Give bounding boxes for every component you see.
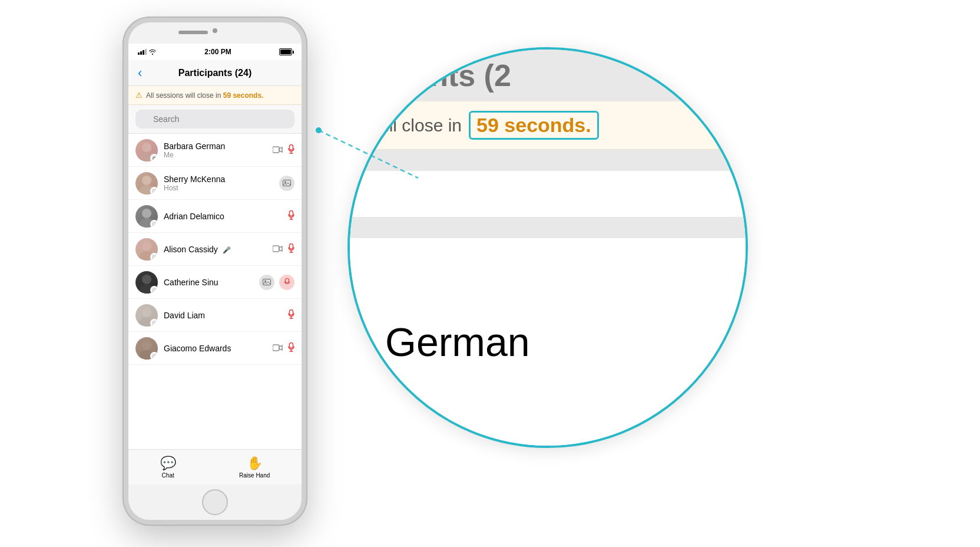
participant-name: David Liam — [164, 311, 282, 320]
svg-point-28 — [152, 288, 157, 292]
svg-text:🎧: 🎧 — [153, 156, 157, 160]
wifi-icon — [148, 49, 157, 55]
video-icon-alison — [273, 245, 283, 254]
image-btn-sherry[interactable] — [279, 176, 294, 191]
home-button[interactable] — [202, 489, 228, 515]
participant-name: Barbara German — [164, 141, 267, 151]
avatar-badge-catherine — [150, 286, 158, 294]
avatar-badge-adrian — [150, 220, 158, 228]
zoom-warning-banner: ill close in 59 seconds. — [350, 101, 746, 150]
svg-point-26 — [142, 275, 151, 284]
zoom-seconds-text: 59 seconds. — [476, 114, 591, 136]
participant-actions-giacomo — [273, 342, 294, 354]
svg-point-12 — [284, 182, 286, 183]
phone-shell: 2:00 PM ‹ Participants (24) ⚠ All sessio… — [124, 18, 306, 525]
tab-raise-hand-label: Raise Hand — [239, 472, 270, 479]
signal-bar-2 — [140, 51, 142, 55]
zoom-nav-strip: ipants (2 — [350, 50, 746, 101]
svg-point-0 — [142, 143, 151, 152]
search-input[interactable] — [135, 110, 294, 128]
participant-name: Sherry McKenna — [164, 174, 273, 184]
chat-icon: 💬 — [160, 456, 176, 471]
svg-point-46 — [316, 127, 322, 133]
participant-info-barbara: Barbara German Me — [164, 141, 267, 159]
svg-rect-42 — [290, 343, 293, 348]
zoom-content: ipants (2 ill close in 59 seconds. Germa… — [350, 50, 746, 446]
image-btn-catherine[interactable] — [259, 275, 274, 290]
svg-rect-41 — [273, 345, 279, 351]
warning-seconds: 59 seconds. — [223, 91, 264, 100]
participant-info-sherry: Sherry McKenna Host — [164, 174, 273, 192]
mic-icon-red — [288, 210, 294, 222]
participant-actions-catherine — [259, 275, 294, 290]
svg-rect-23 — [290, 244, 293, 249]
svg-point-30 — [264, 281, 266, 282]
participant-row: Adrian Delamico — [128, 200, 302, 233]
back-button[interactable]: ‹ — [135, 63, 144, 83]
participant-info-adrian: Adrian Delamico — [164, 212, 282, 221]
participants-list: 🎧 Barbara German Me — [128, 134, 302, 445]
participant-role: Host — [164, 184, 273, 192]
tab-bar: 💬 Chat ✋ Raise Hand — [128, 449, 302, 485]
tab-raise-hand[interactable]: ✋ Raise Hand — [239, 456, 270, 479]
mic-icon — [288, 144, 294, 156]
status-bar: 2:00 PM — [128, 44, 302, 60]
tab-chat[interactable]: 💬 Chat — [160, 456, 176, 479]
participant-row-alison: Alison Cassidy 🎤 — [128, 233, 302, 266]
zoom-alison-row — [350, 171, 746, 217]
participant-role: Me — [164, 151, 267, 159]
avatar-badge-alison — [150, 253, 158, 261]
participant-name: Giacomo Edwards — [164, 344, 267, 353]
zoom-warning-text-pre: ill close in — [385, 116, 462, 136]
avatar-badge-david — [150, 319, 158, 327]
avatar-badge-barbara: 🎧 — [150, 154, 158, 162]
search-container: 🔍 — [128, 105, 302, 134]
zoom-barbara-name: German — [385, 319, 530, 365]
svg-rect-22 — [273, 246, 279, 252]
svg-point-8 — [142, 176, 151, 185]
svg-point-32 — [142, 308, 151, 317]
participant-row: Sherry McKenna Host — [128, 167, 302, 200]
svg-rect-5 — [290, 145, 293, 150]
avatar-alison — [135, 238, 158, 261]
warning-icon: ⚠ — [135, 91, 143, 100]
zoom-separator-1 — [350, 150, 746, 171]
avatar-barbara: 🎧 — [135, 139, 158, 162]
svg-point-19 — [142, 242, 151, 251]
participant-info-david: David Liam — [164, 311, 282, 320]
status-left — [138, 49, 157, 55]
avatar-badge-giacomo — [150, 352, 158, 360]
participant-actions-barbara — [273, 144, 294, 156]
signal-bar-1 — [138, 52, 140, 55]
svg-rect-4 — [273, 147, 279, 153]
avatar-david — [135, 304, 158, 327]
warning-banner: ⚠ All sessions will close in 59 seconds. — [128, 86, 302, 105]
participant-info-giacomo: Giacomo Edwards — [164, 344, 267, 353]
signal-bar-4 — [145, 49, 147, 55]
participant-row: Catherine Sinu — [128, 266, 302, 299]
svg-rect-29 — [263, 279, 271, 285]
participant-actions-alison — [273, 243, 294, 255]
status-time: 2:00 PM — [204, 48, 231, 56]
mic-btn-red-catherine[interactable] — [279, 275, 294, 290]
alison-name: Alison Cassidy 🎤 — [164, 245, 267, 254]
avatar-sherry — [135, 172, 158, 195]
svg-rect-31 — [285, 279, 289, 283]
participant-actions-adrian — [288, 210, 294, 222]
participant-row: Giacomo Edwards — [128, 332, 302, 365]
warning-text: All sessions will close in 59 seconds. — [146, 91, 263, 100]
zoom-nav-title: ipants (2 — [385, 58, 511, 93]
warning-prefix: All sessions will close in — [146, 91, 223, 100]
video-icon-giacomo — [273, 344, 283, 353]
participant-row: 🎧 Barbara German Me — [128, 134, 302, 167]
mic-icon-david — [288, 309, 294, 321]
svg-rect-16 — [290, 211, 293, 216]
zoom-seconds-box: 59 seconds. — [469, 111, 599, 140]
svg-rect-35 — [290, 310, 293, 315]
svg-point-13 — [142, 209, 151, 218]
zoom-separator-2 — [350, 217, 746, 238]
raise-hand-icon: ✋ — [247, 456, 263, 471]
svg-rect-11 — [283, 180, 291, 186]
svg-point-38 — [142, 341, 151, 350]
svg-point-34 — [152, 321, 157, 325]
